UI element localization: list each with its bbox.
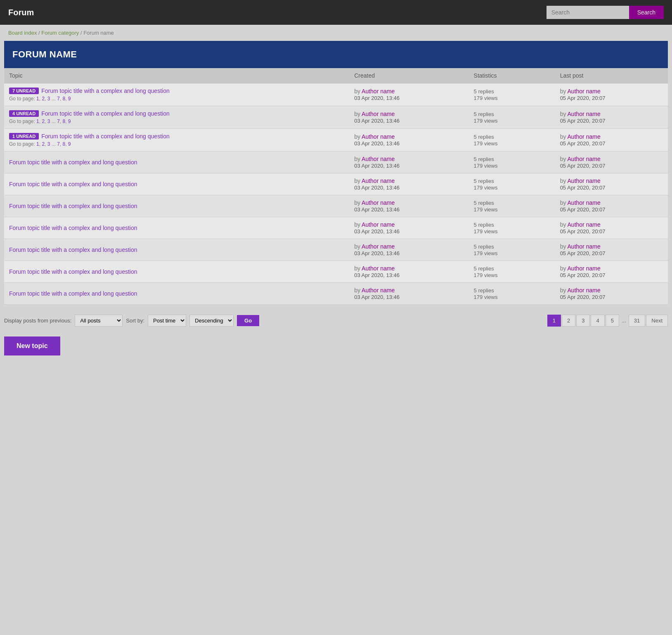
table-row: Forum topic title with a complex and lon… — [4, 173, 668, 195]
topic-title-link[interactable]: Forum topic title with a complex and lon… — [9, 203, 137, 209]
page-link[interactable]: 1 — [36, 141, 39, 147]
topic-title-link[interactable]: Forum topic title with a complex and lon… — [9, 290, 137, 297]
site-title: Forum — [8, 8, 34, 17]
new-topic-area: New topic — [0, 332, 672, 364]
by-text: by — [354, 199, 362, 206]
last-author-link[interactable]: Author name — [568, 111, 601, 117]
page-link[interactable]: 1 — [36, 96, 39, 102]
col-header-last-post: Last post — [555, 68, 668, 83]
page-4[interactable]: 4 — [591, 315, 604, 327]
order-select[interactable]: Descending Ascending — [189, 315, 234, 327]
topic-title-link[interactable]: Forum topic title with a complex and lon… — [9, 181, 137, 187]
views-count: 179 views — [474, 206, 498, 213]
page-link[interactable]: 8 — [62, 141, 65, 147]
page-link[interactable]: 7 — [57, 141, 60, 147]
breadcrumb-board-index[interactable]: Board index — [8, 30, 37, 36]
page-3[interactable]: 3 — [576, 315, 590, 327]
created-cell: by Author name03 Apr 2020, 13:46 — [349, 217, 469, 239]
page-link[interactable]: 3 — [47, 96, 50, 102]
last-author-link[interactable]: Author name — [568, 199, 601, 206]
last-author-link[interactable]: Author name — [568, 88, 601, 95]
created-date: 03 Apr 2020, 13:46 — [354, 272, 400, 278]
page-link[interactable]: 9 — [68, 96, 71, 102]
topic-title-link[interactable]: Forum topic title with a complex and lon… — [41, 133, 170, 140]
page-link[interactable]: 3 — [47, 141, 50, 147]
last-author-link[interactable]: Author name — [568, 265, 601, 272]
created-author-link[interactable]: Author name — [362, 178, 395, 184]
created-author-link[interactable]: Author name — [362, 221, 395, 228]
topic-title-link[interactable]: Forum topic title with a complex and lon… — [9, 159, 137, 166]
last-post-cell: by Author name05 Apr 2020, 20:07 — [555, 217, 668, 239]
last-author-link[interactable]: Author name — [568, 221, 601, 228]
topic-title-link[interactable]: Forum topic title with a complex and lon… — [9, 225, 137, 231]
stats-cell: 5 replies179 views — [469, 195, 555, 217]
page-1[interactable]: 1 — [547, 315, 561, 327]
page-5[interactable]: 5 — [606, 315, 619, 327]
last-date: 05 Apr 2020, 20:07 — [560, 206, 606, 213]
topic-title-link[interactable]: Forum topic title with a complex and lon… — [9, 268, 137, 275]
page-link[interactable]: 2 — [42, 118, 45, 124]
search-button[interactable]: Search — [629, 6, 664, 19]
replies-count: 5 replies — [474, 134, 494, 140]
replies-count: 5 replies — [474, 265, 494, 272]
sort-label: Sort by: — [126, 318, 144, 324]
page-link[interactable]: 9 — [68, 141, 71, 147]
views-count: 179 views — [474, 185, 498, 191]
created-cell: by Author name03 Apr 2020, 13:46 — [349, 283, 469, 305]
views-count: 179 views — [474, 228, 498, 235]
last-author-link[interactable]: Author name — [568, 243, 601, 250]
topic-title-link[interactable]: Forum topic title with a complex and lon… — [41, 110, 170, 117]
new-topic-button[interactable]: New topic — [4, 336, 60, 355]
page-link[interactable]: 7 — [57, 96, 60, 102]
created-author-link[interactable]: Author name — [362, 243, 395, 250]
created-date: 03 Apr 2020, 13:46 — [354, 163, 400, 169]
page-link[interactable]: 2 — [42, 141, 45, 147]
topic-cell: Forum topic title with a complex and lon… — [4, 217, 349, 239]
created-author-link[interactable]: Author name — [362, 156, 395, 162]
sort-select[interactable]: Post time Author Subject — [148, 315, 186, 327]
created-author-link[interactable]: Author name — [362, 199, 395, 206]
page-link[interactable]: 8 — [62, 96, 65, 102]
replies-count: 5 replies — [474, 111, 494, 117]
page-31[interactable]: 31 — [629, 315, 645, 327]
by-text: by — [560, 156, 568, 162]
last-post-cell: by Author name05 Apr 2020, 20:07 — [555, 261, 668, 283]
topic-title-link[interactable]: Forum topic title with a complex and lon… — [9, 246, 137, 253]
created-author-link[interactable]: Author name — [362, 133, 395, 140]
breadcrumb-forum-category[interactable]: Forum category — [41, 30, 79, 36]
by-text: by — [354, 265, 362, 272]
replies-count: 5 replies — [474, 244, 494, 250]
last-author-link[interactable]: Author name — [568, 133, 601, 140]
table-row: Forum topic title with a complex and lon… — [4, 283, 668, 305]
by-text: by — [560, 221, 568, 228]
last-author-link[interactable]: Author name — [568, 156, 601, 162]
replies-count: 5 replies — [474, 222, 494, 228]
last-date: 05 Apr 2020, 20:07 — [560, 250, 606, 256]
goto-page: Go to page: 1, 2, 3 ... 7, 8, 9 — [9, 96, 344, 102]
breadcrumb-current: Forum name — [83, 30, 114, 36]
last-post-cell: by Author name05 Apr 2020, 20:07 — [555, 129, 668, 152]
page-ellipsis: ... — [620, 315, 628, 326]
created-cell: by Author name03 Apr 2020, 13:46 — [349, 129, 469, 152]
topic-title-link[interactable]: Forum topic title with a complex and lon… — [41, 88, 170, 94]
page-link[interactable]: 2 — [42, 96, 45, 102]
created-author-link[interactable]: Author name — [362, 265, 395, 272]
page-link[interactable]: 8 — [62, 118, 65, 124]
page-link[interactable]: 9 — [68, 118, 71, 124]
created-cell: by Author name03 Apr 2020, 13:46 — [349, 173, 469, 195]
by-text: by — [354, 156, 362, 162]
created-author-link[interactable]: Author name — [362, 287, 395, 294]
page-2[interactable]: 2 — [562, 315, 575, 327]
page-link[interactable]: 1 — [36, 118, 39, 124]
last-post-cell: by Author name05 Apr 2020, 20:07 — [555, 173, 668, 195]
page-link[interactable]: 3 — [47, 118, 50, 124]
search-input[interactable] — [547, 6, 629, 19]
created-author-link[interactable]: Author name — [362, 111, 395, 117]
page-next[interactable]: Next — [646, 315, 668, 327]
last-author-link[interactable]: Author name — [568, 178, 601, 184]
go-button[interactable]: Go — [237, 315, 259, 326]
last-author-link[interactable]: Author name — [568, 287, 601, 294]
page-link[interactable]: 7 — [57, 118, 60, 124]
all-posts-select[interactable]: All posts Unread posts — [75, 315, 123, 327]
created-author-link[interactable]: Author name — [362, 88, 395, 95]
